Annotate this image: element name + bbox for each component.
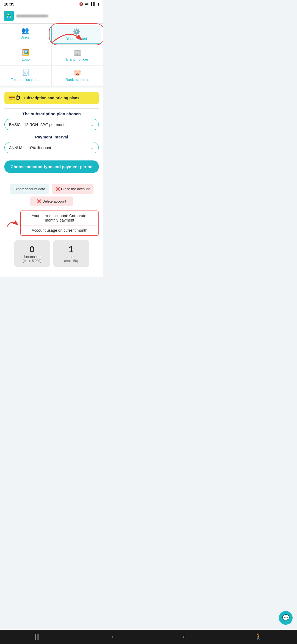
info-red-arrow [4, 218, 18, 229]
stat-users: 1 user (max. 50) [53, 240, 89, 267]
network-icon: 4G [85, 2, 89, 6]
dropdown-arrow-1: ⌄ [90, 122, 94, 127]
branch-offices-icon: 🏢 [74, 49, 81, 56]
info-box-container: Your current account: Corporate, monthly… [4, 211, 99, 240]
current-account-info: Your current account: Corporate, monthly… [21, 211, 98, 225]
nav-bank-accounts[interactable]: 🐷 Bank accounts [52, 66, 103, 86]
stat-documents-number: 0 [20, 244, 45, 255]
stat-documents-sub: (max. 5,000) [20, 259, 45, 263]
logo-icon: 🖼️ [22, 49, 29, 56]
divider-2 [4, 181, 99, 181]
tab-users[interactable]: 👥 Users [0, 24, 50, 45]
nav-bank-label: Bank accounts [66, 78, 89, 82]
action-buttons-row: Export account data ❌ Close the account [4, 184, 99, 194]
info-box: Your current account: Corporate, monthly… [20, 211, 99, 236]
stat-documents-label: documents [20, 255, 45, 259]
dropdown-arrow-2: ⌄ [90, 145, 94, 150]
close-account-button[interactable]: ❌ Close the account [52, 184, 94, 194]
status-icons: 🔇 4G ▌▌ ▮ [79, 2, 99, 6]
settings-icon: ⚙️ [73, 28, 80, 36]
nav-tax-label: Tax and fiscal data [11, 78, 41, 82]
status-bar: 10:35 🔇 4G ▌▌ ▮ [0, 0, 103, 8]
store-name: ■■■■■■■■■■■■■ [16, 14, 48, 18]
tab-your-account[interactable]: ⚙️ Your account [51, 25, 102, 44]
stat-users-label: user [59, 255, 84, 259]
subscription-banner[interactable]: 💳⏱ subscription and pricing plans [4, 92, 99, 104]
nav-branch-offices[interactable]: 🏢 Branch offices [52, 45, 103, 65]
status-time: 10:35 [4, 2, 14, 6]
nav-tax-fiscal[interactable]: 🧾 Tax and fiscal data [0, 66, 52, 86]
tabs-row: 👥 Users ⚙️ Your account [0, 24, 103, 45]
nav-grid: 🖼️ Logo 🏢 Branch offices 🧾 Tax and fisca… [0, 45, 103, 86]
payment-interval-value: ANNUAL - 10% discount [9, 146, 51, 150]
subscription-banner-icon: 💳⏱ [8, 95, 21, 101]
subscription-plan-title: The subscription plan chosen [4, 111, 99, 116]
tab-your-account-label: Your account [66, 37, 87, 41]
tab-users-label: Users [20, 35, 30, 39]
payment-interval-title: Payment interval [4, 135, 99, 139]
signal-icon: ▌▌ [91, 2, 96, 6]
subscription-banner-label: subscription and pricing plans [23, 96, 79, 100]
delete-account-button[interactable]: ❌ Delete account [30, 197, 73, 206]
tax-icon: 🧾 [22, 69, 29, 77]
choose-account-type-button[interactable]: Choose account type and payment period [4, 160, 99, 173]
divider-1 [4, 108, 99, 109]
nav-row-1: 🖼️ Logo 🏢 Branch offices [0, 45, 103, 66]
account-usage-info: Account usage on current month [21, 225, 98, 235]
main-content: 💳⏱ subscription and pricing plans The su… [0, 88, 103, 277]
stat-users-sub: (max. 50) [59, 259, 84, 263]
stats-row: 0 documents (max. 5,000) 1 user (max. 50… [4, 240, 99, 267]
nav-logo[interactable]: 🖼️ Logo [0, 45, 52, 65]
subscription-plan-value: BASIC - 12 RON +VAT per month [9, 122, 67, 127]
store-icon: 🏪 [4, 11, 14, 21]
stat-users-number: 1 [59, 244, 84, 255]
stat-documents: 0 documents (max. 5,000) [14, 240, 50, 267]
nav-branch-offices-label: Branch offices [66, 57, 89, 61]
export-account-data-button[interactable]: Export account data [10, 184, 49, 194]
users-icon: 👥 [21, 27, 29, 34]
payment-interval-dropdown[interactable]: ANNUAL - 10% discount ⌄ [4, 142, 99, 153]
top-bar: 🏪 ■■■■■■■■■■■■■ [0, 8, 103, 24]
bank-icon: 🐷 [74, 69, 81, 77]
mute-icon: 🔇 [79, 2, 83, 6]
nav-row-2: 🧾 Tax and fiscal data 🐷 Bank accounts [0, 66, 103, 86]
subscription-plan-dropdown[interactable]: BASIC - 12 RON +VAT per month ⌄ [4, 119, 99, 130]
info-arrow-container [4, 211, 18, 229]
battery-icon: ▮ [97, 2, 99, 6]
nav-logo-label: Logo [22, 57, 30, 61]
